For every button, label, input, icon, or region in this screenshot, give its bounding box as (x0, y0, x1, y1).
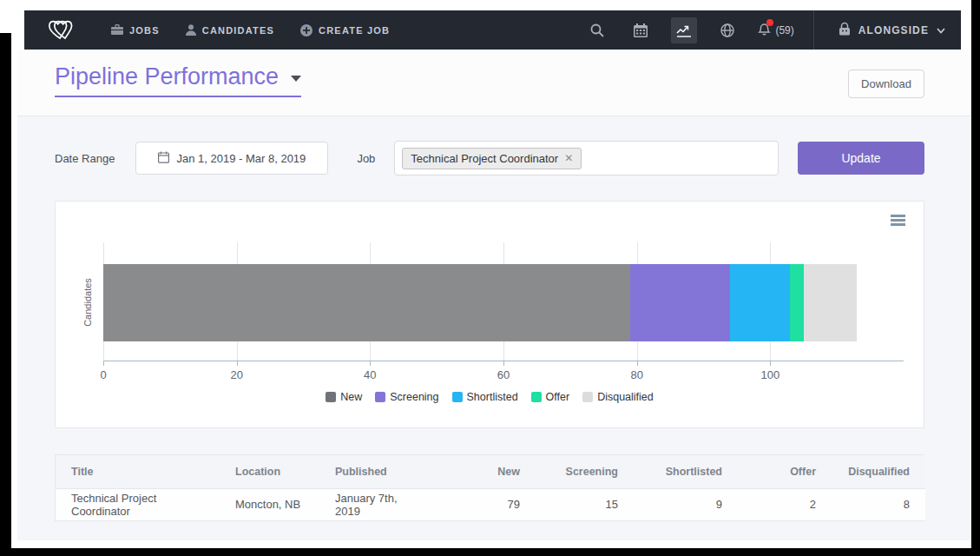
legend-label: Offer (546, 391, 570, 403)
table-cell: 9 (634, 488, 738, 520)
bar-segment-screening[interactable] (630, 264, 730, 341)
column-header-disqualified: Disqualified (832, 455, 925, 488)
chart-legend: NewScreeningShortlistedOfferDisqualified (56, 391, 924, 403)
bar-segment-new[interactable] (103, 264, 630, 341)
x-tick-label: 100 (760, 368, 779, 381)
chevron-down-icon (937, 24, 945, 36)
nav-divider (813, 10, 814, 50)
column-header-published: Published (319, 455, 436, 488)
nav-item-label: JOBS (129, 25, 160, 36)
x-tick-label: 60 (497, 368, 510, 381)
account-menu[interactable]: ALONGSIDE (833, 22, 945, 38)
legend-item-new[interactable]: New (326, 391, 362, 403)
column-header-shortlisted: Shortlisted (634, 455, 738, 488)
legend-item-disqualified[interactable]: Disqualified (582, 391, 654, 403)
date-range-value: Jan 1, 2019 - Mar 8, 2019 (176, 152, 306, 165)
plus-circle-icon (300, 24, 312, 36)
x-axis-tick (370, 361, 371, 366)
table-cell: 8 (832, 488, 925, 520)
legend-label: Shortlisted (467, 391, 518, 403)
hearts-logo-icon (47, 15, 78, 46)
remove-tag-icon[interactable]: ✕ (564, 153, 573, 163)
table-body: Technical Project CoordinatorMoncton, NB… (56, 488, 925, 520)
column-header-new: New (436, 455, 536, 488)
legend-item-shortlisted[interactable]: Shortlisted (452, 391, 518, 403)
job-select-input[interactable]: Technical Project Coordinator ✕ (394, 141, 779, 175)
report-selector[interactable]: Pipeline Performance (55, 65, 301, 97)
screen-frame-right (971, 0, 980, 556)
table-cell: Technical Project Coordinator (56, 488, 220, 520)
person-icon (186, 24, 196, 36)
legend-swatch (531, 392, 542, 402)
nav-item-candidates[interactable]: CANDIDATES (186, 24, 274, 36)
table-cell: 15 (536, 488, 634, 520)
screen-frame-left (0, 33, 11, 556)
nav-item-label: CREATE JOB (319, 25, 390, 36)
legend-swatch (326, 392, 336, 402)
job-tag: Technical Project Coordinator ✕ (402, 148, 582, 169)
page-header: Pipeline Performance Download (17, 50, 971, 116)
legend-label: Screening (390, 391, 438, 403)
x-tick-label: 0 (100, 368, 106, 381)
column-header-location: Location (220, 455, 319, 488)
y-axis-label: Candidates (82, 278, 93, 327)
column-header-title: Title (56, 455, 220, 488)
notifications[interactable]: (59) (758, 22, 793, 39)
pipeline-table-card: TitleLocationPublishedNewScreeningShortl… (55, 454, 924, 521)
job-label: Job (357, 152, 375, 165)
legend-label: New (340, 391, 362, 403)
x-axis-tick (770, 361, 771, 366)
table-cell: January 7th, 2019 (319, 488, 436, 520)
app-window: JOBS CANDIDATES (17, 10, 971, 548)
x-axis-tick (103, 361, 104, 366)
legend-item-screening[interactable]: Screening (375, 391, 438, 403)
calendar-icon[interactable] (628, 17, 654, 43)
legend-swatch (582, 392, 593, 402)
notification-count: (59) (775, 24, 793, 36)
column-header-offer: Offer (738, 455, 832, 488)
top-navbar: JOBS CANDIDATES (24, 10, 961, 50)
brand-logo[interactable] (47, 15, 78, 46)
pipeline-table: TitleLocationPublishedNewScreeningShortl… (56, 455, 925, 520)
account-name: ALONGSIDE (858, 24, 929, 36)
table-cell: 79 (436, 488, 536, 520)
x-tick-label: 40 (364, 368, 376, 381)
legend-item-offer[interactable]: Offer (531, 391, 570, 403)
analytics-icon[interactable] (671, 17, 697, 43)
download-button[interactable]: Download (848, 70, 924, 98)
x-axis-tick (503, 361, 504, 366)
nav-menu: JOBS CANDIDATES (111, 24, 390, 36)
update-button[interactable]: Update (798, 142, 924, 175)
report-section: Date Range Jan 1, 2019 - Mar 8, 2019 Job… (17, 116, 971, 540)
nav-item-jobs[interactable]: JOBS (111, 24, 160, 36)
page-title: Pipeline Performance (55, 65, 279, 89)
bar-segment-shortlisted[interactable] (730, 264, 790, 341)
table-cell: Moncton, NB (220, 488, 319, 520)
notification-dot (766, 19, 773, 26)
screen-frame-bottom (11, 548, 971, 556)
search-icon[interactable] (584, 17, 610, 43)
date-range-input[interactable]: Jan 1, 2019 - Mar 8, 2019 (135, 142, 328, 175)
nav-item-create-job[interactable]: CREATE JOB (300, 24, 390, 36)
globe-icon[interactable] (714, 17, 740, 43)
legend-label: Disqualified (597, 391, 654, 403)
bar-segment-offer[interactable] (790, 264, 803, 341)
nav-item-label: CANDIDATES (202, 25, 274, 36)
bell-icon (758, 22, 771, 39)
legend-swatch (375, 392, 385, 402)
column-header-screening: Screening (536, 455, 634, 488)
bar-segment-disqualified[interactable] (804, 264, 857, 341)
x-axis-tick (637, 361, 638, 366)
date-range-label: Date Range (55, 152, 115, 165)
legend-swatch (452, 392, 463, 402)
filter-bar: Date Range Jan 1, 2019 - Mar 8, 2019 Job… (55, 141, 924, 175)
pipeline-chart-card: Candidates 020406080100 NewScreeningShor… (55, 201, 924, 428)
nav-icons: (59) ALONGSIDE (584, 10, 945, 50)
table-row[interactable]: Technical Project CoordinatorMoncton, NB… (56, 488, 925, 520)
calendar-small-icon (158, 151, 169, 166)
x-axis-tick (237, 361, 238, 366)
x-tick-label: 80 (630, 368, 642, 381)
table-cell: 2 (738, 488, 832, 520)
x-tick-label: 20 (230, 368, 242, 381)
briefcase-icon (111, 24, 123, 36)
